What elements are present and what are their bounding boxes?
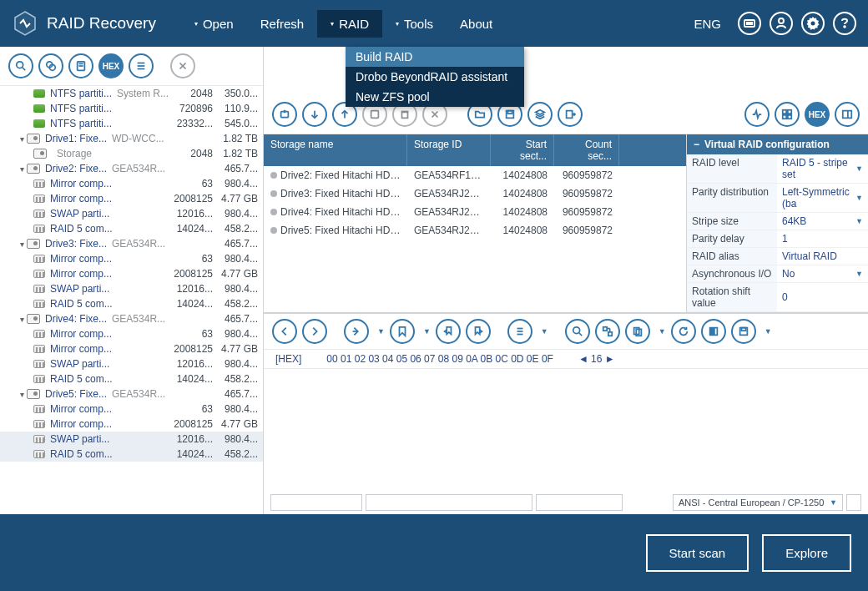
stripe-size-select[interactable]: 64KB▼ bbox=[777, 213, 868, 230]
tree-row[interactable]: RAID 5 com...14024...458.2... bbox=[0, 371, 263, 386]
tree-row[interactable]: Storage20481.82 TB bbox=[0, 146, 263, 161]
dropdown-drobo[interactable]: Drobo BeyondRAID assistant bbox=[346, 67, 524, 87]
search-hex-icon[interactable] bbox=[565, 319, 590, 344]
tree-row[interactable]: Mirror comp...20081254.77 GB bbox=[0, 191, 263, 206]
structure-icon[interactable] bbox=[595, 319, 620, 344]
language-selector[interactable]: ENG bbox=[694, 17, 721, 31]
col-start-sector[interactable]: Start sect... bbox=[491, 134, 554, 166]
menu-about[interactable]: About bbox=[447, 10, 506, 38]
dropdown-arrow-icon[interactable]: ▼ bbox=[423, 327, 431, 336]
toggle-panel-icon[interactable] bbox=[738, 12, 761, 35]
prev-bookmark-icon[interactable] bbox=[436, 319, 461, 344]
tree-row[interactable]: Mirror comp...63980.4... bbox=[0, 326, 263, 341]
raid-level-select[interactable]: RAID 5 - stripe set▼ bbox=[777, 154, 868, 183]
menu-refresh[interactable]: Refresh bbox=[247, 10, 318, 38]
menu-raid[interactable]: ▾RAID bbox=[317, 10, 382, 38]
status-field[interactable] bbox=[846, 494, 861, 511]
panel-icon[interactable] bbox=[835, 102, 860, 127]
col-count-sector[interactable]: Count sec... bbox=[554, 134, 619, 166]
rotation-shift-field[interactable]: 0 bbox=[777, 283, 868, 311]
dropdown-arrow-icon[interactable]: ▼ bbox=[659, 327, 666, 336]
tree-row[interactable]: SWAP parti...12016...980.4... bbox=[0, 206, 263, 221]
hex-view-icon[interactable]: HEX bbox=[805, 102, 830, 127]
layers-icon[interactable] bbox=[527, 102, 553, 127]
dropdown-build-raid[interactable]: Build RAID bbox=[346, 47, 524, 67]
dropdown-arrow-icon[interactable]: ▼ bbox=[377, 327, 385, 336]
hex-column-nav[interactable]: ◄ 16 ► bbox=[578, 353, 615, 365]
tree-row[interactable]: RAID 5 com...14024...458.2... bbox=[0, 296, 263, 311]
add-device-icon[interactable] bbox=[272, 102, 297, 127]
scan-data-icon[interactable] bbox=[38, 53, 63, 78]
tree-row[interactable]: NTFS partiti...23332...545.0... bbox=[0, 116, 263, 131]
svg-rect-46 bbox=[603, 327, 607, 331]
list-view-icon[interactable] bbox=[129, 53, 154, 78]
tree-row[interactable]: NTFS partiti...System R...2048350.0... bbox=[0, 86, 263, 101]
hex-mode-icon[interactable]: HEX bbox=[98, 53, 124, 78]
copy-icon[interactable] bbox=[625, 319, 650, 344]
goto-icon[interactable] bbox=[344, 319, 369, 344]
move-down-icon[interactable] bbox=[302, 102, 327, 127]
raid-config-header[interactable]: −Virtual RAID configuration bbox=[687, 134, 868, 154]
table-row[interactable]: Drive2: Fixed Hitachi HDP7250...GEA534RF… bbox=[264, 166, 686, 184]
tree-drive[interactable]: ▾Drive5: Fixe...GEA534R...465.7... bbox=[0, 386, 263, 402]
bookmark-icon[interactable] bbox=[390, 319, 415, 344]
status-field[interactable] bbox=[366, 494, 532, 511]
tree-row[interactable]: Mirror comp...63980.4... bbox=[0, 176, 263, 191]
tree-row[interactable]: NTFS partiti...720896110.9... bbox=[0, 101, 263, 116]
tree-row[interactable]: SWAP parti...12016...980.4... bbox=[0, 432, 263, 447]
parity-delay-field[interactable]: 1 bbox=[777, 230, 868, 247]
tree-drive[interactable]: ▾Drive2: Fixe...GEA534R...465.7... bbox=[0, 161, 263, 176]
tree-drive[interactable]: ▾Drive4: Fixe...GEA534R...465.7... bbox=[0, 311, 263, 326]
info-icon[interactable] bbox=[68, 53, 93, 78]
col-storage-name[interactable]: Storage name bbox=[264, 134, 407, 166]
storage-tree[interactable]: NTFS partiti...System R...2048350.0... N… bbox=[0, 86, 263, 514]
hex-statusbar: ANSI - Central European / CP-1250▼ bbox=[264, 491, 868, 514]
status-field[interactable] bbox=[270, 494, 362, 511]
svg-rect-52 bbox=[709, 328, 713, 336]
dropdown-zfs[interactable]: New ZFS pool bbox=[346, 87, 524, 107]
table-row[interactable]: Drive4: Fixed Hitachi HDP7250...GEA534RJ… bbox=[264, 203, 686, 221]
tree-row-selected[interactable]: RAID 5 com...14024...458.2... bbox=[0, 447, 263, 462]
col-storage-id[interactable]: Storage ID bbox=[407, 134, 491, 166]
start-scan-button[interactable]: Start scan bbox=[646, 534, 749, 572]
tree-row[interactable]: Mirror comp...63980.4... bbox=[0, 251, 263, 266]
tree-row[interactable]: Mirror comp...20081254.77 GB bbox=[0, 417, 263, 432]
columns-icon[interactable] bbox=[701, 319, 726, 344]
tree-row[interactable]: SWAP parti...12016...980.4... bbox=[0, 281, 263, 296]
tree-row[interactable]: Mirror comp...20081254.77 GB bbox=[0, 341, 263, 356]
menu-tools[interactable]: ▾Tools bbox=[382, 10, 447, 38]
parity-dist-select[interactable]: Left-Symmetric (ba▼ bbox=[777, 184, 868, 212]
list-icon[interactable] bbox=[507, 319, 532, 344]
content-area: HEX Storage name Storage ID Start sect..… bbox=[264, 47, 868, 514]
save-hex-icon[interactable] bbox=[731, 319, 756, 344]
close-icon[interactable] bbox=[170, 53, 195, 78]
activity-icon[interactable] bbox=[744, 102, 770, 127]
tree-drive[interactable]: ▾Drive1: Fixe...WD-WCC...1.82 TB bbox=[0, 131, 263, 146]
status-field[interactable] bbox=[536, 494, 623, 511]
tree-drive[interactable]: ▾Drive3: Fixe...GEA534R...465.7... bbox=[0, 236, 263, 251]
tree-row[interactable]: SWAP parti...12016...980.4... bbox=[0, 356, 263, 371]
user-icon[interactable] bbox=[770, 12, 793, 35]
help-icon[interactable] bbox=[833, 12, 856, 35]
next-bookmark-icon[interactable] bbox=[466, 319, 491, 344]
settings-icon[interactable] bbox=[801, 12, 825, 35]
dropdown-arrow-icon[interactable]: ▼ bbox=[765, 327, 772, 336]
dropdown-arrow-icon[interactable]: ▼ bbox=[541, 327, 548, 336]
tree-row[interactable]: Mirror comp...20081254.77 GB bbox=[0, 266, 263, 281]
tree-row[interactable]: RAID 5 com...14024...458.2... bbox=[0, 221, 263, 236]
tree-row[interactable]: Mirror comp...63980.4... bbox=[0, 402, 263, 417]
table-row[interactable]: Drive3: Fixed Hitachi HDP7250...GEA534RJ… bbox=[264, 184, 686, 203]
encoding-select[interactable]: ANSI - Central European / CP-1250▼ bbox=[673, 494, 843, 511]
explore-button[interactable]: Explore bbox=[762, 534, 851, 572]
hex-body[interactable] bbox=[264, 369, 868, 491]
async-io-select[interactable]: No▼ bbox=[777, 265, 868, 282]
search-icon[interactable] bbox=[8, 53, 33, 78]
menu-open[interactable]: ▾Open bbox=[181, 10, 247, 38]
table-row[interactable]: Drive5: Fixed Hitachi HDP7250...GEA534RJ… bbox=[264, 221, 686, 240]
nav-back-icon[interactable] bbox=[272, 319, 297, 344]
refresh-hex-icon[interactable] bbox=[671, 319, 696, 344]
grid-icon[interactable] bbox=[775, 102, 800, 127]
nav-forward-icon[interactable] bbox=[302, 319, 327, 344]
raid-alias-field[interactable]: Virtual RAID bbox=[777, 248, 868, 265]
export-icon[interactable] bbox=[558, 102, 583, 127]
